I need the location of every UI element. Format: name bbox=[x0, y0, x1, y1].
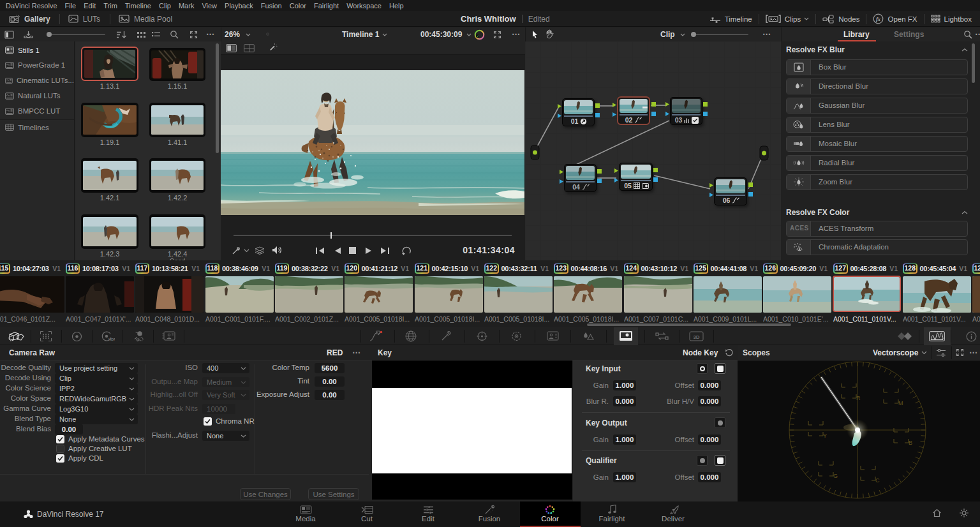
svg-text:G: G bbox=[833, 473, 838, 479]
svg-text:3D: 3D bbox=[693, 334, 699, 340]
svg-text:B: B bbox=[909, 440, 912, 446]
svg-text:fx: fx bbox=[876, 16, 881, 22]
svg-text:HDR: HDR bbox=[108, 338, 115, 341]
svg-text:R: R bbox=[856, 395, 861, 401]
svg-text:C: C bbox=[875, 477, 880, 484]
svg-text:Y: Y bbox=[823, 433, 827, 439]
svg-text:M: M bbox=[898, 400, 903, 406]
